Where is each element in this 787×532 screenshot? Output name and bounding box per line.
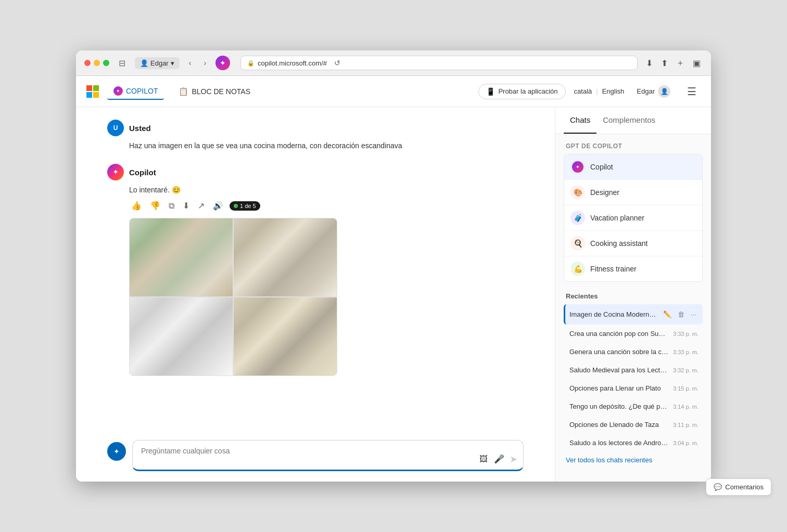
edit-button[interactable]: ✏️ (661, 309, 674, 319)
bloc-notas-label: BLOC DE NOTAS (192, 87, 250, 96)
sidebar-button[interactable]: ▣ (691, 57, 703, 69)
microsoft-logo (86, 85, 99, 98)
more-options-button[interactable]: ··· (689, 309, 699, 319)
new-tab-button[interactable]: ＋ (674, 57, 687, 70)
fitness-trainer-gpt-icon: 💪 (570, 262, 585, 276)
kitchen-image-1[interactable] (130, 218, 233, 296)
english-link[interactable]: English (602, 87, 625, 95)
comments-label: Comentarios (725, 483, 764, 491)
copilot-message-header: ✦ Copilot (107, 164, 524, 180)
try-app-label: Probar la aplicación (498, 87, 557, 95)
thumbs-up-button[interactable]: 👍 (129, 200, 144, 212)
sidebar-toggle-button[interactable]: ⊟ (116, 57, 129, 69)
recent-item-6[interactable]: Tengo un depósito. ¿De qué puedo lle 3:1… (564, 397, 703, 416)
gpt-item-copilot[interactable]: ✦ Copilot (564, 154, 702, 180)
input-actions: 🖼 🎤 ➤ (478, 453, 517, 465)
user-message-header: U Usted (107, 120, 524, 136)
copy-button[interactable]: ⧉ (167, 200, 176, 212)
send-button[interactable]: ➤ (510, 453, 517, 465)
recent-item-2-time: 3:33 p. m. (673, 331, 699, 337)
recent-item-2-text: Crea una canción pop con Suno sobre (569, 330, 669, 338)
try-app-button[interactable]: 📱 Probar la aplicación (478, 84, 565, 99)
recent-item-2[interactable]: Crea una canción pop con Suno sobre 3:33… (564, 325, 703, 343)
recent-item-8-text: Saludo a los lectores de Andro4all (569, 439, 669, 447)
generated-images-grid[interactable] (129, 218, 337, 376)
lang-separator: | (596, 87, 598, 95)
copilot-reply-text: Lo intentaré. 😊 (129, 185, 524, 196)
recent-item-7[interactable]: Opciones de Llenado de Taza 3:11 p. m. (564, 416, 703, 434)
profile-name: Edgar (150, 59, 169, 67)
browser-actions: ⬇ ⬆ ＋ ▣ (644, 57, 703, 70)
recent-item-1[interactable]: Imagen de Cocina Moderna con D ✏️ 🗑 ··· (564, 304, 703, 325)
share-button[interactable]: ⬆ (659, 57, 670, 69)
vacation-planner-gpt-label: Vacation planner (590, 214, 644, 222)
download-button[interactable]: ⬇ (181, 200, 192, 212)
copilot-message: ✦ Copilot Lo intentaré. 😊 👍 👎 ⧉ ⬇ ↗ (107, 164, 524, 376)
chat-input-wrapper: ✦ 🖼 🎤 ➤ (107, 440, 524, 471)
panel-tabs: Chats Complementos (555, 107, 711, 134)
nav-copilot[interactable]: ✦ COPILOT (107, 83, 164, 100)
chat-area: U Usted Haz una imagen en la que se vea … (76, 107, 555, 482)
page-indicator: 1 de 5 (230, 201, 260, 211)
user-message-text: Haz una imagen en la que se vea una coci… (129, 140, 524, 151)
complementos-tab[interactable]: Complementos (596, 107, 662, 134)
recent-item-4-time: 3:32 p. m. (673, 367, 699, 373)
recent-item-7-time: 3:11 p. m. (673, 422, 699, 428)
input-copilot-avatar: ✦ (107, 442, 126, 461)
gpt-item-cooking-assistant[interactable]: 🍳 Cooking assistant (564, 231, 702, 256)
designer-gpt-label: Designer (590, 188, 619, 197)
nav-bloc-notas[interactable]: 📋 BLOC DE NOTAS (172, 84, 257, 99)
refresh-button[interactable]: ↺ (334, 59, 340, 67)
recent-item-8[interactable]: Saludo a los lectores de Andro4all 3:04 … (564, 434, 703, 452)
forward-button[interactable]: › (200, 58, 209, 68)
gpt-item-fitness-trainer[interactable]: 💪 Fitness trainer (564, 256, 702, 281)
kitchen-image-2[interactable] (234, 218, 337, 296)
thumbs-down-button[interactable]: 👎 (148, 200, 162, 212)
maximize-button[interactable] (103, 60, 109, 66)
comments-button[interactable]: 💬 Comentarios (706, 478, 771, 496)
recent-item-5[interactable]: Opciones para Llenar un Plato 3:15 p. m. (564, 379, 703, 397)
microphone-button[interactable]: 🎤 (493, 453, 505, 465)
recent-item-3[interactable]: Genera una canción sobre la calidad c 3:… (564, 343, 703, 361)
view-all-chats-link[interactable]: Ver todos los chats recientes (564, 452, 703, 468)
delete-button[interactable]: 🗑 (676, 309, 687, 319)
gpt-item-designer[interactable]: 🎨 Designer (564, 180, 702, 205)
user-message: U Usted Haz una imagen en la que se vea … (107, 120, 524, 151)
minimize-button[interactable] (94, 60, 100, 66)
catala-link[interactable]: català (574, 87, 592, 95)
recent-item-3-text: Genera una canción sobre la calidad c (569, 348, 669, 356)
copilot-nav-label: COPILOT (126, 87, 158, 95)
recent-item-4-text: Saludo Medieval para los Lectores de (569, 366, 669, 374)
right-panel: Chats Complementos GPT de Copilot ✦ Copi… (555, 107, 711, 482)
recent-item-1-text: Imagen de Cocina Moderna con D (569, 310, 657, 318)
downloads-button[interactable]: ⬇ (644, 57, 655, 69)
chevron-down-icon: ▾ (171, 59, 174, 67)
address-bar[interactable]: 🔒 copilot.microsoft.com/# ↺ (240, 56, 638, 70)
recent-item-6-text: Tengo un depósito. ¿De qué puedo lle (569, 403, 669, 410)
chats-tab[interactable]: Chats (564, 107, 596, 134)
language-selector: català | English (574, 87, 625, 95)
kitchen-image-4[interactable] (234, 297, 337, 375)
user-avatar: U (107, 120, 124, 136)
recent-item-8-time: 3:04 p. m. (673, 440, 699, 446)
gpt-list: ✦ Copilot 🎨 Designer 🧳 Vacation planner (564, 154, 703, 282)
copilot-gpt-icon: ✦ (570, 160, 585, 174)
lock-icon: 🔒 (247, 60, 255, 67)
back-button[interactable]: ‹ (186, 58, 195, 68)
copilot-avatar: ✦ (107, 164, 124, 180)
copilot-gpt-label: Copilot (590, 163, 613, 171)
phone-icon: 📱 (486, 87, 495, 96)
cooking-assistant-gpt-label: Cooking assistant (590, 239, 648, 248)
image-input-button[interactable]: 🖼 (478, 453, 489, 465)
recent-item-4[interactable]: Saludo Medieval para los Lectores de 3:3… (564, 361, 703, 379)
close-button[interactable] (84, 60, 91, 66)
user-menu-button[interactable]: Edgar 👤 (632, 83, 675, 100)
chat-input[interactable] (132, 440, 524, 471)
speaker-button[interactable]: 🔊 (211, 200, 225, 212)
gpt-item-vacation-planner[interactable]: 🧳 Vacation planner (564, 205, 702, 231)
share-button[interactable]: ↗ (196, 200, 207, 212)
kitchen-image-3[interactable] (130, 297, 233, 375)
user-avatar: 👤 (658, 85, 670, 98)
profile-button[interactable]: 👤 Edgar ▾ (135, 57, 180, 69)
hamburger-menu-button[interactable]: ☰ (683, 83, 701, 100)
